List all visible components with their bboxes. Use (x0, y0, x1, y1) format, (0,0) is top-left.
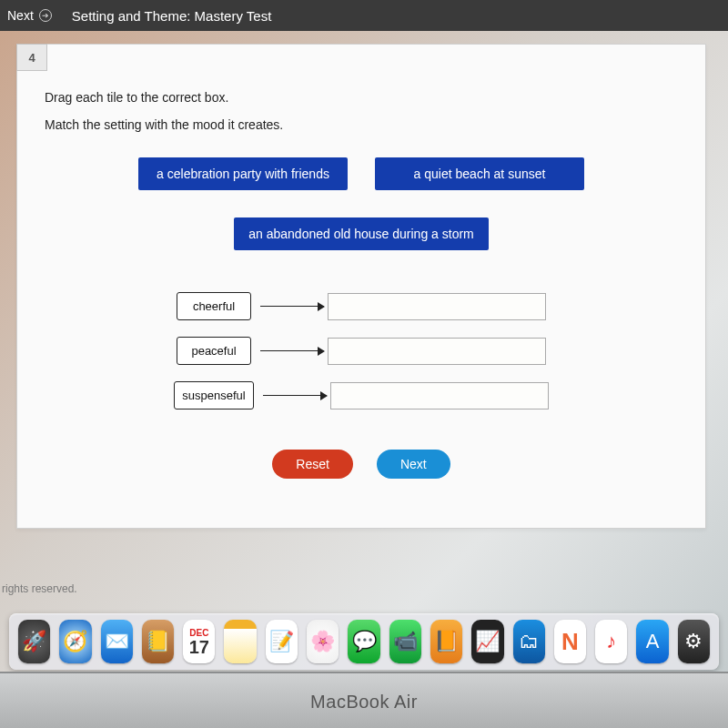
match-row: cheerful (177, 292, 546, 320)
mood-label: peaceful (177, 337, 251, 365)
instruction-text: Drag each tile to the correct box. (45, 90, 678, 105)
music-icon[interactable]: ♪ (595, 620, 627, 663)
photos-icon[interactable]: 🌸 (307, 620, 339, 663)
reminders-icon[interactable]: 📝 (266, 620, 298, 663)
question-card: 4 Drag each tile to the correct box. Mat… (16, 44, 706, 529)
calendar-day: 17 (189, 638, 209, 656)
facetime-icon[interactable]: 📹 (389, 620, 421, 663)
action-buttons: Reset Next (45, 450, 678, 506)
arrow-icon (260, 306, 324, 308)
launchpad-icon[interactable]: 🚀 (18, 620, 50, 663)
stocks-icon[interactable]: 📈 (471, 620, 503, 663)
messages-icon[interactable]: 💬 (348, 620, 379, 663)
tile-bank: a celebration party with friends a quiet… (45, 157, 678, 250)
match-row: suspenseful (174, 381, 548, 410)
match-rows: cheerful peaceful suspenseful (45, 292, 678, 410)
mail-icon[interactable]: ✉️ (101, 620, 133, 663)
next-arrow-icon: ➔ (39, 9, 52, 22)
reset-button[interactable]: Reset (272, 450, 353, 479)
page-title: Setting and Theme: Mastery Test (72, 8, 272, 24)
drop-target[interactable] (328, 338, 546, 365)
drop-target[interactable] (330, 382, 549, 410)
prompt-text: Match the setting with the mood it creat… (45, 117, 678, 132)
footer-copyright: rights reserved. (0, 582, 77, 595)
draggable-tile[interactable]: an abandoned old house during a storm (234, 217, 489, 250)
drop-target[interactable] (328, 293, 546, 320)
draggable-tile[interactable]: a celebration party with friends (138, 157, 348, 190)
notes-icon[interactable] (224, 620, 256, 663)
news-icon[interactable]: N (554, 620, 586, 663)
appstore-icon[interactable]: A (636, 620, 668, 663)
arrow-icon (263, 395, 327, 397)
device-label: MacBook Air (0, 692, 728, 713)
mood-label: suspenseful (174, 381, 253, 410)
calendar-icon[interactable]: DEC17 (183, 620, 215, 663)
arrow-icon (260, 350, 324, 352)
contacts-icon[interactable]: 📒 (142, 620, 174, 663)
question-number-tab[interactable]: 4 (16, 44, 47, 71)
keynote-icon[interactable]: 🗂 (513, 620, 545, 663)
macos-dock: 🚀 🧭 ✉️ 📒 DEC17 📝 🌸 💬 📹 📙 📈 🗂 N ♪ A ⚙ (9, 613, 719, 670)
match-row: peaceful (177, 337, 546, 365)
system-icon[interactable]: ⚙ (678, 620, 710, 663)
top-next-button[interactable]: Next ➔ (7, 8, 52, 23)
mood-label: cheerful (177, 292, 251, 320)
app-topbar: Next ➔ Setting and Theme: Mastery Test (0, 0, 728, 31)
safari-icon[interactable]: 🧭 (59, 620, 91, 663)
books-icon[interactable]: 📙 (430, 620, 462, 663)
draggable-tile[interactable]: a quiet beach at sunset (375, 157, 584, 190)
next-button[interactable]: Next (377, 450, 450, 479)
top-next-label: Next (7, 8, 34, 23)
